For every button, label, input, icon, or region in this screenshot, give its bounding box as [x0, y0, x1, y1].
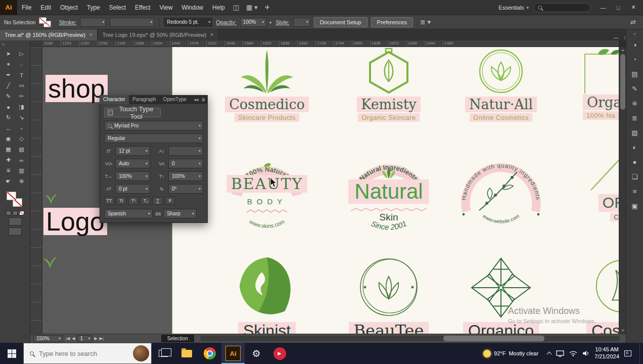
last-artboard-button[interactable]: ▶| [100, 336, 104, 341]
settings-button[interactable]: ⚙ [245, 343, 268, 364]
rectangle-tool[interactable]: ▭ [15, 80, 28, 91]
shape-builder-tool[interactable]: ◉ [2, 133, 15, 144]
vertical-scrollbar[interactable]: ▲ ▼ [619, 47, 626, 334]
chrome-button[interactable] [198, 343, 221, 364]
volume-tray-icon[interactable] [582, 350, 589, 356]
eraser-tool[interactable]: ◨ [15, 102, 28, 112]
underline-toggle[interactable]: T [153, 197, 163, 205]
zoom-tool[interactable]: ⊕ [15, 176, 28, 187]
scroll-up-arrow[interactable]: ▲ [619, 47, 626, 53]
logo-subtitle[interactable]: Organic Skincare [358, 113, 420, 122]
transparency-panel-icon[interactable]: ◐ [629, 142, 640, 152]
collapse-tools-icon[interactable]: « [0, 41, 30, 49]
toolbar-fill-stroke[interactable] [7, 192, 24, 209]
artboard-number-select[interactable]: 1 [77, 335, 92, 342]
minimize-button[interactable]: — [595, 1, 611, 14]
show-hidden-icons-chevron[interactable] [547, 352, 552, 357]
artwork-text-logo[interactable]: Logo [43, 208, 107, 235]
task-view-button[interactable] [152, 343, 175, 364]
lasso-tool[interactable]: ◌ [15, 59, 28, 70]
media-player-button[interactable]: ▶ [268, 343, 291, 364]
illustrator-taskbar-button[interactable]: Ai [221, 343, 245, 364]
line-segment-tool[interactable]: ╱ [2, 80, 15, 91]
horizontal-scrollbar[interactable] [200, 336, 620, 341]
menu-item[interactable]: Edit [36, 0, 56, 15]
menu-item[interactable]: Type [82, 0, 105, 15]
menu-item[interactable]: Effect [130, 0, 155, 15]
badge-orga-clipped[interactable]: ORGA Cosme [577, 151, 619, 239]
logo-beautee[interactable]: BeauTee [333, 254, 444, 334]
eyedropper-tool[interactable]: ✚ [2, 155, 15, 165]
vertical-scroll-thumb[interactable] [620, 54, 625, 110]
document-setup-button[interactable]: Document Setup [314, 17, 368, 27]
badge-title[interactable]: BEAUTY [227, 175, 307, 193]
screen-mode-button[interactable] [9, 228, 22, 236]
width-tool[interactable]: ↔ [2, 123, 15, 133]
magic-wand-tool[interactable]: ✶ [2, 59, 15, 70]
logo-title[interactable]: Skinist [238, 322, 296, 334]
panel-menu-icon[interactable]: ≣ [201, 97, 205, 102]
kerning-select[interactable]: Auto [115, 159, 150, 168]
pen-tool[interactable]: ✒ [2, 70, 15, 80]
stroke-panel-icon[interactable]: ≣ [629, 113, 640, 123]
hand-tool[interactable]: ☛ [2, 176, 15, 187]
none-mode-button[interactable] [19, 211, 24, 215]
first-artboard-button[interactable]: |◀ [66, 336, 70, 341]
leaf-sprig-artwork[interactable] [44, 193, 58, 205]
strikethrough-toggle[interactable]: T [165, 197, 175, 205]
character-panel-tab[interactable]: Paragraph [129, 95, 160, 104]
style-label[interactable]: Style: [275, 19, 290, 25]
clock-widget[interactable]: 10:45 AM 7/21/2024 [594, 346, 619, 360]
logo-subtitle[interactable]: Online Cosmetics [470, 113, 532, 122]
wifi-tray-icon[interactable] [569, 350, 577, 356]
expand-panels-icon[interactable]: « [633, 31, 636, 36]
type-tool[interactable]: T [15, 70, 28, 80]
taskbar-search-box[interactable] [23, 343, 152, 364]
symbols-panel-icon[interactable]: ※ [629, 98, 640, 108]
badge-natural-skin[interactable]: Natural Ingredients Natural Skin Since 2… [336, 148, 442, 238]
artboard-canvas[interactable]: Cosmedico Skincare Products Kemisty Orga… [172, 47, 619, 334]
tracking-select[interactable]: 0 [168, 159, 203, 168]
blend-tool[interactable]: ∞ [15, 155, 28, 165]
doc-minimize-icon[interactable]: — [614, 35, 619, 40]
close-button[interactable]: ✕ [626, 1, 641, 14]
menu-item[interactable]: View [155, 0, 177, 15]
panel-options-icon[interactable]: ⇄ [630, 18, 636, 26]
logo-title[interactable]: Orga [583, 95, 619, 110]
logo-kemisty[interactable]: Kemisty Organic Skincare [333, 48, 444, 122]
font-style-select[interactable]: Regular [104, 133, 203, 143]
drawing-modes-button[interactable] [9, 217, 22, 225]
menu-item[interactable]: File [17, 0, 36, 15]
horizontal-scale-select[interactable]: 100% [115, 171, 150, 181]
logo-skinist[interactable]: Skinist [211, 255, 323, 334]
scale-tool[interactable]: ↘ [15, 112, 28, 123]
display-tray-icon[interactable] [556, 350, 564, 357]
leaf-sprig-artwork[interactable] [42, 255, 58, 269]
paintbrush-tool[interactable]: ✎ [2, 91, 15, 102]
weather-widget[interactable]: 92°F Mostly clear [483, 350, 542, 357]
column-graph-tool[interactable]: ▥ [15, 165, 28, 176]
font-family-select[interactable]: Myriad Pro [104, 121, 203, 130]
baseline-shift-select[interactable]: 0 pt [115, 184, 150, 194]
logo-subtitle[interactable]: Skincare Products [235, 113, 299, 122]
character-rotation-select[interactable]: 0° [168, 184, 203, 194]
leaf-face-icon[interactable] [234, 255, 300, 320]
swatches-panel-icon[interactable]: ▤ [629, 69, 640, 79]
artboards-panel-icon[interactable]: ▣ [629, 201, 640, 211]
circle-lotus-icon[interactable] [476, 48, 526, 95]
start-button[interactable] [0, 343, 23, 364]
chevron-right-icon[interactable]: ▸ [270, 20, 272, 25]
color-mode-button[interactable] [6, 211, 11, 215]
circle-lotus-sketch-icon[interactable] [356, 254, 422, 320]
zoom-level-select[interactable]: 150% [33, 335, 63, 342]
artwork-text-shop[interactable]: shop [45, 75, 108, 102]
previous-artboard-button[interactable]: ◀ [72, 336, 75, 341]
brushes-panel-icon[interactable]: ✎ [629, 83, 640, 94]
taskbar-search-input[interactable] [38, 349, 129, 358]
superscript-toggle[interactable]: T¹ [128, 197, 139, 205]
collapse-panel-icon[interactable]: ◂◂ [194, 97, 198, 102]
logo-cosmedico[interactable]: Cosmedico Skincare Products [211, 48, 323, 122]
vertical-scale-select[interactable]: 100% [168, 171, 203, 181]
close-tab-icon[interactable]: ✕ [89, 32, 93, 37]
small-caps-toggle[interactable]: Tr [116, 197, 126, 205]
